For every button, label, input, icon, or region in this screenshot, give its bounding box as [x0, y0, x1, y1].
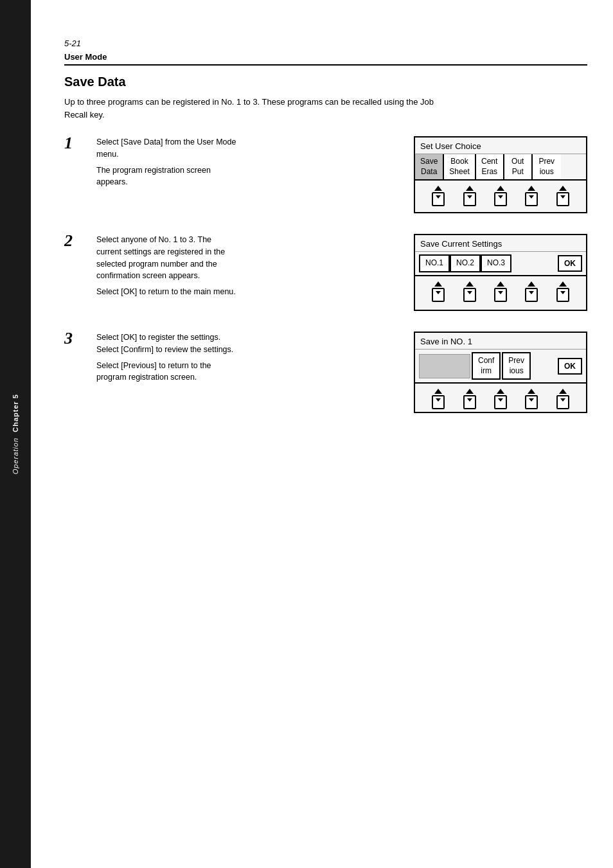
panel-1-btn-save[interactable]: Save Data — [415, 154, 444, 179]
panel-3-grey-area — [419, 354, 470, 378]
key-indicator-2 — [463, 186, 476, 206]
step-3-text-line-1: Select [OK] to register the settings. Se… — [96, 332, 238, 356]
key-body-3 — [494, 192, 507, 206]
panel-3-btn-confirm-line2: irm — [481, 366, 492, 375]
panel-1-title: Set User Choice — [415, 137, 586, 154]
page-container: Chapter 5 Operation 5-21 User Mode Save … — [0, 0, 613, 868]
panel-1-btn-save-line1: Save — [420, 157, 438, 166]
key-indicator-2-5 — [556, 281, 569, 302]
panel-2-btn-no2[interactable]: NO.2 — [450, 254, 481, 272]
key-body-3-1 — [432, 395, 445, 409]
step-1-row: 1 Select [Save Data] from the User Mode … — [64, 136, 587, 213]
key-arrow-3-3 — [497, 389, 504, 394]
key-arrow-2 — [466, 186, 474, 191]
panel-1-buttons: Save Data Book Sheet Cent Eras Out — [415, 154, 586, 181]
key-body-2-1 — [432, 288, 445, 302]
key-arrow-3-5 — [559, 389, 567, 394]
panel-2-key-indicators — [415, 276, 586, 305]
panel-2-buttons-row: NO.1 NO.2 NO.3 OK — [415, 252, 586, 276]
panel-1-btn-cent-line2: Eras — [481, 167, 497, 176]
panel-1-btn-book-line2: Sheet — [449, 167, 469, 176]
panel-3-btn-confirm[interactable]: Conf irm — [472, 352, 501, 380]
panel-3-buttons-row: Conf irm Prev ious OK — [415, 350, 586, 384]
panel-3: Save in NO. 1 Conf irm Prev ious OK — [414, 332, 587, 413]
key-body-3-3 — [494, 395, 507, 409]
step-2-row: 2 Select anyone of No. 1 to 3. The curre… — [64, 234, 587, 311]
sidebar-operation-label: Operation — [12, 438, 19, 474]
panel-1-btn-book[interactable]: Book Sheet — [444, 154, 475, 179]
key-arrow-3-2 — [466, 389, 474, 394]
key-body-2-2 — [463, 288, 476, 302]
step-3-text-line-2: Select [Previous] to return to the progr… — [96, 360, 238, 384]
sidebar: Chapter 5 Operation — [0, 0, 31, 868]
key-arrow-2-4 — [528, 281, 535, 287]
key-arrow-5 — [559, 186, 567, 191]
key-body-2-4 — [525, 288, 538, 302]
panel-1-btn-prev-line2: ious — [540, 167, 554, 176]
key-indicator-2-3 — [494, 281, 507, 302]
step-2-text-line-2: Select [OK] to return to the main menu. — [96, 286, 238, 298]
panel-3-key-indicators — [415, 384, 586, 412]
step-2-number: 2 — [64, 231, 84, 251]
panel-3-btn-confirm-line1: Conf — [478, 356, 494, 365]
key-arrow-3-4 — [528, 389, 535, 394]
panel-1-key-indicators — [415, 181, 586, 209]
key-indicator-5 — [556, 186, 569, 206]
panel-1-btn-cent[interactable]: Cent Eras — [476, 154, 504, 179]
step-1-text: Select [Save Data] from the User Mode me… — [96, 136, 238, 192]
panel-1-btn-prev[interactable]: Prev ious — [533, 154, 561, 179]
key-indicator-2-1 — [432, 281, 445, 302]
key-indicator-2-4 — [525, 281, 538, 302]
panel-3-btn-previous-line2: ious — [510, 366, 524, 375]
key-body-4 — [525, 192, 538, 206]
panel-1-btn-out-line2: Put — [512, 167, 524, 176]
intro-text: Up to three programs can be registered i… — [64, 96, 437, 121]
panel-2-title: Save Current Settings — [415, 235, 586, 252]
key-arrow-2-3 — [497, 281, 504, 287]
key-indicator-4 — [525, 186, 538, 206]
section-divider — [64, 64, 587, 66]
panel-1-btn-prev-line1: Prev — [538, 157, 555, 166]
key-body-3-4 — [525, 395, 538, 409]
panel-1: Set User Choice Save Data Book Sheet Cen… — [414, 136, 587, 213]
step-2-text-line-1: Select anyone of No. 1 to 3. The current… — [96, 234, 238, 282]
page-number: 5-21 — [64, 39, 587, 48]
key-body-5 — [556, 192, 569, 206]
key-body-3-2 — [463, 395, 476, 409]
key-arrow-2-5 — [559, 281, 567, 287]
panel-1-btn-save-line2: Data — [421, 167, 437, 176]
key-body-2 — [463, 192, 476, 206]
key-arrow-2-1 — [434, 281, 442, 287]
key-arrow-4 — [528, 186, 535, 191]
key-indicator-3-3 — [494, 389, 507, 409]
panel-1-btn-out-line1: Out — [511, 157, 524, 166]
step-3-text: Select [OK] to register the settings. Se… — [96, 332, 238, 387]
key-indicator-3 — [494, 186, 507, 206]
panel-3-ok-button[interactable]: OK — [558, 358, 582, 375]
sidebar-chapter-label: Chapter 5 — [12, 394, 19, 432]
panel-3-btn-previous-line1: Prev — [508, 356, 524, 365]
key-arrow-3 — [497, 186, 504, 191]
step-1-text-line-2: The program registration screen appears. — [96, 164, 238, 189]
section-title: Save Data — [64, 75, 587, 89]
panel-3-btn-previous[interactable]: Prev ious — [502, 352, 531, 380]
panel-1-btn-cent-line1: Cent — [481, 157, 497, 166]
key-body-2-5 — [556, 288, 569, 302]
steps-area: 1 Select [Save Data] from the User Mode … — [64, 136, 587, 413]
panel-2-btn-no1[interactable]: NO.1 — [419, 254, 450, 272]
key-indicator-3-4 — [525, 389, 538, 409]
step-1-number: 1 — [64, 134, 84, 153]
key-body-3-5 — [556, 395, 569, 409]
key-indicator-3-5 — [556, 389, 569, 409]
step-1-text-line-1: Select [Save Data] from the User Mode me… — [96, 136, 238, 161]
panel-2-btn-no3[interactable]: NO.3 — [481, 254, 511, 272]
key-indicator-3-1 — [432, 389, 445, 409]
key-indicator-1 — [432, 186, 445, 206]
section-label: User Mode — [64, 52, 587, 62]
panel-1-btn-out[interactable]: Out Put — [504, 154, 533, 179]
panel-3-title: Save in NO. 1 — [415, 333, 586, 350]
panel-2: Save Current Settings NO.1 NO.2 NO.3 OK — [414, 234, 587, 311]
step-2-text: Select anyone of No. 1 to 3. The current… — [96, 234, 238, 302]
step-3-number: 3 — [64, 329, 84, 348]
panel-2-ok-button[interactable]: OK — [558, 255, 582, 272]
